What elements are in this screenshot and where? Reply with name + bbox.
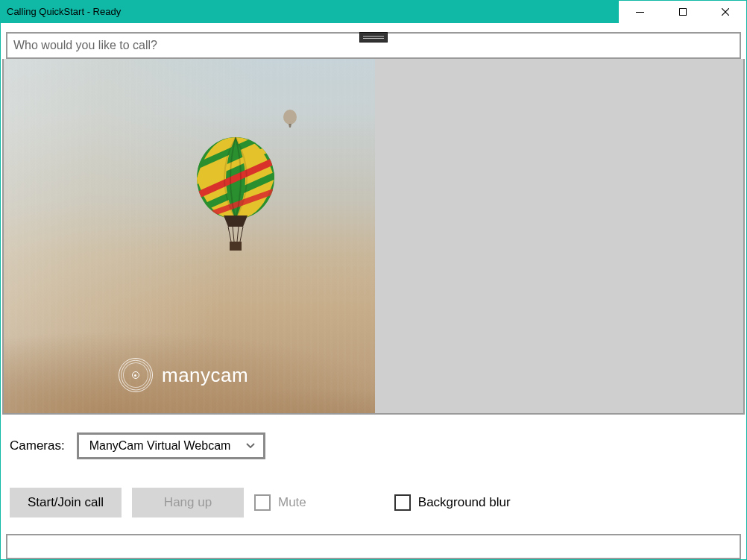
- maximize-button[interactable]: [661, 1, 704, 23]
- window-controls: [619, 1, 746, 23]
- window-title: Calling QuickStart - Ready: [1, 6, 121, 17]
- camera-select[interactable]: ManyCam Virtual Webcam: [77, 432, 266, 459]
- maximize-icon: [679, 8, 687, 16]
- svg-rect-9: [230, 242, 242, 251]
- chevron-down-icon: [245, 441, 256, 451]
- start-join-call-button[interactable]: Start/Join call: [10, 488, 122, 517]
- background-blur-checkbox[interactable]: Background blur: [394, 494, 511, 511]
- close-icon: [722, 8, 729, 16]
- camera-row: Cameras: ManyCam Virtual Webcam: [10, 432, 737, 459]
- action-row: Start/Join call Hang up Mute Background …: [10, 488, 737, 517]
- cameras-label: Cameras:: [10, 438, 65, 453]
- checkbox-box-icon: [394, 494, 411, 511]
- background-blur-label: Background blur: [418, 495, 511, 510]
- controls-panel: Cameras: ManyCam Virtual Webcam Start/Jo…: [1, 415, 746, 525]
- watermark-logo: manycam: [119, 358, 248, 392]
- checkbox-box-icon: [254, 494, 271, 511]
- minimize-button[interactable]: [619, 1, 661, 23]
- minimize-icon: [636, 12, 644, 13]
- hang-up-button[interactable]: Hang up: [132, 488, 244, 517]
- toolbar-grip[interactable]: [359, 32, 388, 43]
- close-button[interactable]: [704, 1, 746, 23]
- svg-line-7: [233, 227, 234, 242]
- camera-select-value: ManyCam Virtual Webcam: [89, 439, 231, 453]
- balloon-near: [194, 137, 277, 259]
- video-frame: manycam: [4, 59, 375, 413]
- svg-line-8: [237, 227, 239, 242]
- svg-line-6: [240, 227, 243, 242]
- mute-checkbox[interactable]: Mute: [254, 494, 306, 511]
- remote-video-placeholder: [375, 59, 743, 413]
- svg-point-2: [283, 110, 297, 125]
- balloon-far: [282, 110, 298, 134]
- titlebar[interactable]: Calling QuickStart - Ready: [1, 1, 746, 23]
- local-video: manycam: [4, 59, 375, 413]
- app-window: Calling QuickStart - Ready: [0, 0, 747, 560]
- status-bar: [6, 534, 741, 559]
- watermark-text: manycam: [162, 364, 248, 387]
- mute-label: Mute: [278, 495, 306, 510]
- svg-line-5: [228, 227, 231, 242]
- video-area: manycam: [2, 59, 745, 415]
- manycam-mark-icon: [119, 358, 153, 392]
